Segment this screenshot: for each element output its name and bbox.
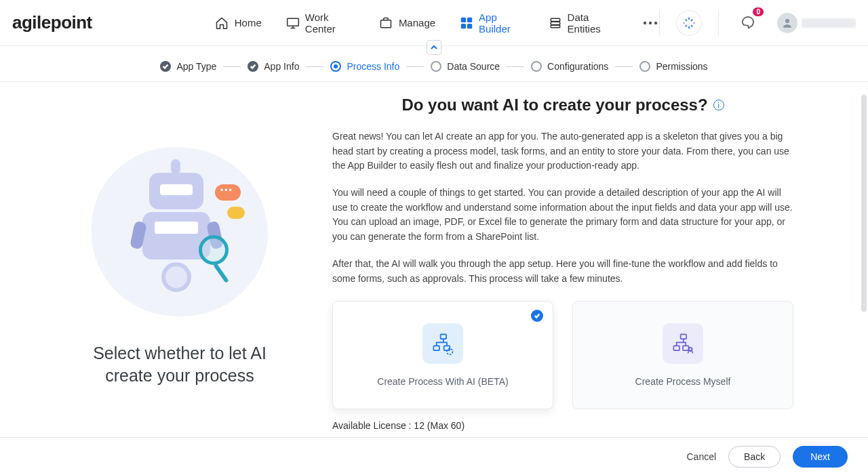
- speech-bubble-icon: [227, 207, 245, 219]
- radio-active-icon: [330, 61, 341, 72]
- selected-check-icon: [531, 310, 543, 322]
- step-label: Permissions: [656, 61, 707, 72]
- step-label: Configurations: [547, 61, 608, 72]
- svg-rect-2: [462, 18, 466, 22]
- paragraph: Great news! You can let AI create an app…: [332, 129, 793, 173]
- nav-label: App Builder: [479, 12, 524, 35]
- svg-rect-18: [673, 346, 679, 351]
- nav-label: Home: [235, 17, 262, 28]
- launcher-icon[interactable]: [676, 10, 702, 36]
- svg-rect-13: [441, 335, 447, 339]
- apps-icon: [460, 16, 473, 30]
- monitor-icon: [286, 16, 300, 30]
- nav-dataentities[interactable]: Data Entities: [549, 12, 617, 35]
- brand-text: agilepoint: [12, 12, 92, 33]
- paragraph: After that, the AI will walk you through…: [332, 257, 793, 286]
- svg-rect-19: [683, 346, 689, 351]
- nav-label: Manage: [399, 17, 435, 28]
- username: [802, 18, 856, 28]
- database-icon: [549, 16, 562, 30]
- svg-rect-15: [444, 346, 450, 351]
- paragraph: You will need a couple of things to get …: [332, 186, 793, 245]
- step-appinfo[interactable]: App Info: [248, 61, 299, 72]
- nav-manage[interactable]: Manage: [378, 16, 435, 30]
- step-label: App Type: [176, 61, 216, 72]
- license-info: Available License : 12 (Max 60): [332, 420, 793, 431]
- svg-point-11: [654, 21, 657, 24]
- svg-rect-7: [551, 22, 559, 24]
- step-connector: [223, 66, 241, 67]
- back-button[interactable]: Back: [728, 446, 781, 468]
- scrollbar[interactable]: [861, 95, 867, 312]
- svg-point-10: [649, 21, 652, 24]
- home-icon: [214, 16, 229, 30]
- divider: [718, 11, 719, 35]
- step-datasource[interactable]: Data Source: [431, 61, 500, 72]
- step-apptype[interactable]: App Type: [160, 61, 216, 72]
- step-label: Data Source: [447, 61, 500, 72]
- left-panel: Select whether to let AI create your pro…: [41, 93, 319, 433]
- step-configurations[interactable]: Configurations: [531, 61, 608, 72]
- question-heading: Do you want AI to create your process?: [401, 96, 707, 115]
- svg-rect-14: [433, 346, 439, 351]
- collapse-toggle[interactable]: [427, 40, 441, 55]
- svg-rect-17: [681, 335, 687, 339]
- more-menu[interactable]: [642, 13, 659, 33]
- briefcase-icon: [378, 16, 393, 30]
- svg-rect-8: [551, 25, 559, 27]
- step-label: App Info: [264, 61, 299, 72]
- option-create-with-ai[interactable]: Create Process With AI (BETA): [332, 301, 553, 409]
- option-cards: Create Process With AI (BETA) Create Pro…: [332, 301, 793, 409]
- svg-rect-1: [380, 20, 391, 27]
- magnifier-icon: [199, 235, 229, 265]
- nav-home[interactable]: Home: [214, 16, 262, 30]
- top-nav: agilepoint Home Work Center Manage App B…: [0, 0, 868, 46]
- radio-empty-icon: [431, 61, 441, 72]
- main-content: Select whether to let AI create your pro…: [0, 82, 868, 433]
- step-connector: [615, 66, 633, 67]
- footer-actions: Cancel Back Next: [0, 437, 868, 475]
- nav-label: Data Entities: [568, 12, 617, 35]
- notification-badge: 0: [753, 7, 764, 16]
- description: Great news! You can let AI create an app…: [332, 129, 793, 286]
- svg-rect-3: [468, 18, 472, 22]
- header-right: 0: [659, 10, 856, 36]
- nav-items: Home Work Center Manage App Builder Data…: [214, 12, 659, 35]
- check-circle-icon: [248, 61, 258, 72]
- divider: [659, 11, 660, 35]
- step-processinfo[interactable]: Process Info: [330, 61, 399, 72]
- option-create-myself[interactable]: Create Process Myself: [572, 301, 793, 409]
- cancel-button[interactable]: Cancel: [686, 451, 716, 462]
- manual-process-icon: [663, 323, 703, 364]
- radio-empty-icon: [639, 61, 650, 72]
- step-connector: [507, 66, 524, 67]
- nav-workcenter[interactable]: Work Center: [286, 12, 354, 35]
- avatar-icon: [777, 13, 797, 33]
- notifications-button[interactable]: 0: [735, 10, 761, 36]
- svg-point-12: [785, 19, 789, 23]
- nav-label: Work Center: [305, 12, 354, 35]
- ai-process-icon: [422, 323, 463, 364]
- svg-rect-6: [551, 18, 559, 21]
- ai-robot-illustration: [92, 147, 268, 316]
- user-menu[interactable]: [777, 13, 856, 33]
- step-permissions[interactable]: Permissions: [639, 61, 707, 72]
- step-label: Process Info: [347, 61, 399, 72]
- svg-rect-5: [468, 24, 472, 28]
- svg-rect-0: [287, 18, 298, 26]
- svg-rect-4: [462, 24, 466, 28]
- next-button[interactable]: Next: [793, 446, 848, 468]
- option-label: Create Process With AI (BETA): [377, 376, 508, 387]
- check-circle-icon: [160, 61, 171, 72]
- left-heading: Select whether to let AI create your pro…: [71, 342, 288, 386]
- brand-logo: agilepoint: [12, 12, 92, 33]
- radio-empty-icon: [531, 61, 542, 72]
- step-connector: [406, 66, 424, 67]
- step-connector: [306, 66, 323, 67]
- nav-appbuilder[interactable]: App Builder: [460, 12, 524, 35]
- info-icon[interactable]: i: [713, 100, 724, 110]
- svg-point-9: [644, 21, 646, 24]
- right-panel: Do you want AI to create your process? i…: [319, 93, 827, 433]
- option-label: Create Process Myself: [635, 376, 731, 387]
